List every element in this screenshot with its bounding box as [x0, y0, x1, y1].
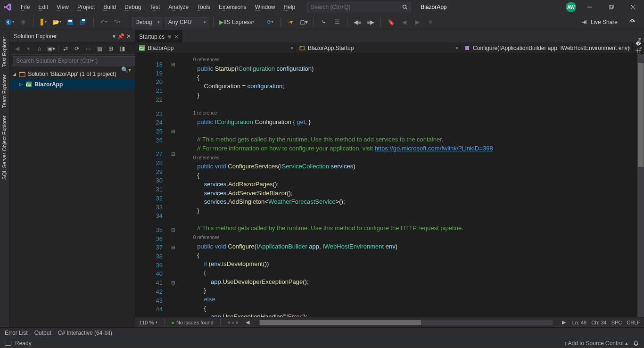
fold-toggle[interactable]: [168, 136, 178, 145]
showall-icon[interactable]: ▦: [95, 45, 104, 52]
browser-link-icon[interactable]: ▫▾: [285, 17, 296, 27]
save-all-button[interactable]: [78, 17, 89, 27]
fold-toggle[interactable]: [168, 212, 178, 221]
notifications-icon[interactable]: [633, 340, 639, 347]
fold-toggle[interactable]: [168, 194, 178, 203]
menu-build[interactable]: Build: [99, 1, 120, 13]
source-control-button[interactable]: ↑ Add to Source Control ▴: [564, 340, 628, 347]
fold-toggle[interactable]: [168, 296, 178, 305]
fold-toggle[interactable]: ⊟: [168, 150, 178, 159]
undo-button[interactable]: ↶▾: [99, 17, 109, 27]
properties-icon[interactable]: ⊞: [107, 45, 115, 52]
live-share-button[interactable]: Live Share: [578, 19, 621, 25]
vscrollbar[interactable]: [637, 54, 644, 317]
home-icon[interactable]: ⌂: [35, 45, 44, 52]
pin-icon[interactable]: 📌: [117, 33, 124, 40]
save-button[interactable]: [65, 17, 75, 27]
fold-toggle[interactable]: [168, 168, 178, 177]
run-button[interactable]: ▶ IIS Express ▾: [218, 17, 255, 27]
menu-analyze[interactable]: Analyze: [165, 1, 192, 13]
fold-toggle[interactable]: [168, 305, 178, 314]
pin-icon[interactable]: ⊕: [167, 34, 171, 39]
tab-startup[interactable]: Startup.cs ⊕ ✕: [135, 30, 182, 42]
menu-project[interactable]: Project: [74, 1, 99, 13]
refresh-icon[interactable]: ⟳▾: [265, 17, 275, 27]
menu-help[interactable]: Help: [280, 1, 299, 13]
fold-toggle[interactable]: [168, 78, 178, 87]
quick-search[interactable]: [307, 2, 411, 12]
maximize-button[interactable]: [603, 1, 619, 13]
fold-toggle[interactable]: ⊟: [168, 243, 178, 252]
menu-window[interactable]: Window: [251, 1, 279, 13]
tb-icon[interactable]: ▶: [412, 17, 422, 27]
menu-tools[interactable]: Tools: [193, 1, 214, 13]
sync-icon[interactable]: ⇄: [61, 45, 70, 52]
platform-select[interactable]: Any CPU: [165, 17, 208, 27]
tb-icon[interactable]: ▢▾: [298, 17, 309, 27]
expander-icon[interactable]: ▷: [19, 82, 25, 87]
nav-back-button[interactable]: ▾: [4, 17, 15, 27]
fold-toggle[interactable]: [168, 234, 178, 243]
fold-toggle[interactable]: [168, 270, 178, 279]
hscroll-thumb[interactable]: [260, 320, 421, 325]
rail-sql-explorer[interactable]: SQL Server Object Explorer: [0, 112, 9, 183]
tb-icon[interactable]: ☰: [332, 17, 342, 27]
line-indicator[interactable]: Ln: 49: [572, 320, 587, 325]
minimize-button[interactable]: [582, 1, 598, 13]
fold-toggle[interactable]: ⊟: [168, 60, 178, 69]
switch-icon[interactable]: ▣▾: [47, 45, 55, 52]
fold-toggle[interactable]: ⊟: [168, 279, 178, 288]
close-button[interactable]: [625, 1, 641, 13]
project-node[interactable]: ▷ C# BlazorApp: [10, 79, 135, 90]
rail-test-explorer[interactable]: Test Explorer: [0, 33, 9, 71]
menu-extensions[interactable]: Extensions: [215, 1, 250, 13]
menu-file[interactable]: File: [17, 1, 33, 13]
tb-icon[interactable]: ⤷: [319, 17, 329, 27]
solution-node[interactable]: ◢ Solution 'BlazorApp' (1 of 1 project): [10, 69, 135, 79]
nav-member-select[interactable]: Configure(IApplicationBuilder app, IWebH…: [461, 42, 633, 53]
close-icon[interactable]: ✕: [126, 33, 131, 40]
crlf-indicator[interactable]: CRLF: [627, 320, 640, 325]
fold-toggle[interactable]: [168, 261, 178, 270]
nav-fwd-button[interactable]: [18, 17, 28, 27]
nav-project-select[interactable]: C# BlazorApp: [135, 42, 296, 53]
search-icon[interactable]: 🔍▾: [121, 66, 131, 73]
code-text[interactable]: 0 references public Startup(IConfigurati…: [180, 54, 644, 317]
zoom-select[interactable]: 110 % ▾: [139, 320, 157, 325]
quick-search-input[interactable]: [311, 4, 396, 10]
redo-button[interactable]: ↷▾: [112, 17, 122, 27]
feedback-icon[interactable]: [627, 17, 637, 27]
fold-toggle[interactable]: [168, 69, 178, 78]
menu-edit[interactable]: Edit: [34, 1, 52, 13]
fold-toggle[interactable]: [168, 87, 178, 96]
bookmark-icon[interactable]: 🔖: [386, 17, 396, 27]
indent-icon[interactable]: ≡▶: [365, 17, 376, 27]
fold-toggle[interactable]: [168, 118, 178, 127]
fold-toggle[interactable]: [168, 252, 178, 261]
nav-class-select[interactable]: BlazorApp.Startup: [296, 42, 461, 53]
fold-toggle[interactable]: ⊟: [168, 226, 178, 235]
issues-status[interactable]: No issues found: [171, 320, 214, 325]
solution-search-input[interactable]: [13, 56, 138, 66]
fold-toggle[interactable]: ⊟: [168, 127, 178, 136]
fold-toggle[interactable]: [168, 203, 178, 212]
split-icon[interactable]: �卄: [633, 42, 644, 53]
collapse-icon[interactable]: ▭: [84, 45, 92, 52]
expander-icon[interactable]: ◢: [13, 72, 18, 76]
panel-menu-icon[interactable]: ▾: [113, 33, 116, 40]
tab-output[interactable]: Output: [34, 330, 51, 336]
fold-toggle[interactable]: [168, 96, 178, 105]
fold-toggle[interactable]: [168, 109, 178, 118]
fold-toggle[interactable]: [168, 159, 178, 168]
hscroll-left[interactable]: ◀: [246, 319, 249, 325]
tab-csharp-interactive[interactable]: C# Interactive (64-bit): [58, 330, 112, 336]
outdent-icon[interactable]: ◀≡: [352, 17, 363, 27]
menu-debug[interactable]: Debug: [121, 1, 145, 13]
menu-test[interactable]: Test: [146, 1, 164, 13]
fwd-icon[interactable]: ▾: [24, 45, 33, 52]
user-avatar[interactable]: AW: [566, 2, 576, 12]
spc-indicator[interactable]: SPC: [611, 320, 622, 325]
tb-icon[interactable]: ◀: [399, 17, 409, 27]
fold-toggle[interactable]: [168, 185, 178, 194]
config-select[interactable]: Debug: [132, 17, 162, 27]
